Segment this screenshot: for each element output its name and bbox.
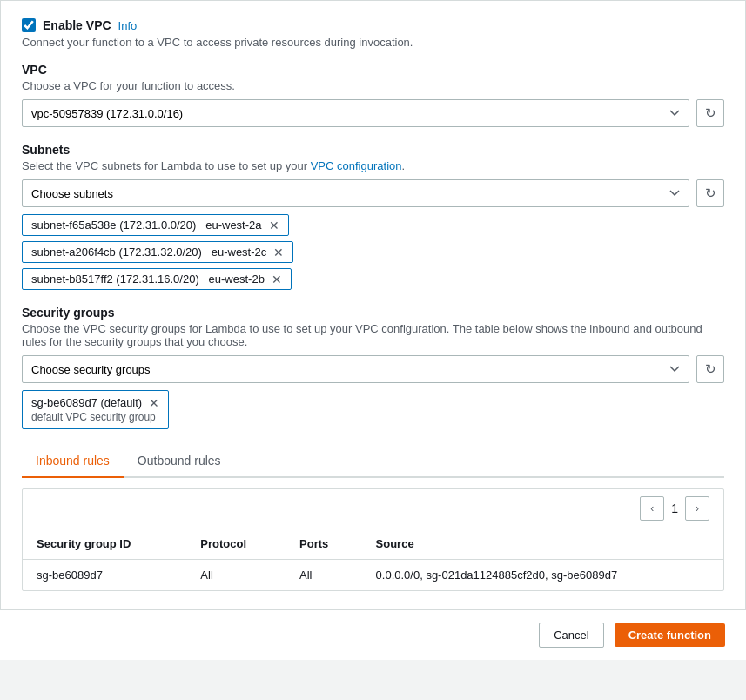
- cell-ports: All: [286, 560, 362, 591]
- security-group-tag-label: sg-be6089d7 (default): [31, 396, 142, 409]
- col-protocol: Protocol: [186, 528, 286, 560]
- security-group-tag-name: sg-be6089d7 (default) ✕: [31, 396, 159, 409]
- enable-vpc-label: Enable VPC: [43, 18, 111, 32]
- subnet-tag-0: subnet-f65a538e (172.31.0.0/20) eu-west-…: [22, 214, 289, 236]
- security-groups-select[interactable]: Choose security groups: [22, 355, 689, 383]
- create-function-button[interactable]: Create function: [615, 623, 725, 647]
- subnet-tag-1-close[interactable]: ✕: [273, 246, 284, 259]
- vpc-refresh-button[interactable]: ↻: [696, 99, 724, 127]
- subnets-section: Subnets Select the VPC subnets for Lambd…: [22, 143, 724, 290]
- vpc-section-desc: Choose a VPC for your function to access…: [22, 79, 724, 92]
- table-header-row: Security group ID Protocol Ports Source: [23, 528, 723, 560]
- security-groups-title: Security groups: [22, 306, 724, 320]
- security-groups-refresh-button[interactable]: ↻: [696, 355, 724, 383]
- cell-security-group-id: sg-be6089d7: [23, 560, 186, 591]
- col-security-group-id: Security group ID: [23, 528, 186, 560]
- security-groups-section: Security groups Choose the VPC security …: [22, 306, 724, 429]
- prev-page-button[interactable]: ‹: [640, 496, 664, 521]
- cancel-button[interactable]: Cancel: [539, 623, 603, 648]
- subnets-section-title: Subnets: [22, 143, 724, 157]
- tab-inbound-rules[interactable]: Inbound rules: [22, 445, 124, 478]
- security-groups-desc: Choose the VPC security groups for Lambd…: [22, 322, 724, 348]
- info-link[interactable]: Info: [118, 19, 138, 32]
- cell-protocol: All: [186, 560, 286, 591]
- subnet-tag-2: subnet-b8517ff2 (172.31.16.0/20) eu-west…: [22, 268, 292, 290]
- enable-vpc-checkbox[interactable]: [22, 18, 36, 32]
- subnets-tags: subnet-f65a538e (172.31.0.0/20) eu-west-…: [22, 214, 724, 290]
- table-pagination: ‹ 1 ›: [23, 489, 723, 528]
- tabs-row: Inbound rules Outbound rules: [22, 445, 724, 478]
- subnets-section-desc: Select the VPC subnets for Lambda to use…: [22, 159, 724, 172]
- vpc-section: VPC Choose a VPC for your function to ac…: [22, 63, 724, 127]
- subnets-refresh-button[interactable]: ↻: [696, 179, 724, 207]
- security-group-tag-subtitle: default VPC security group: [31, 411, 159, 423]
- vpc-config-panel: Enable VPC Info Connect your function to…: [0, 0, 746, 609]
- tab-outbound-rules[interactable]: Outbound rules: [124, 445, 235, 478]
- enable-vpc-row: Enable VPC Info: [22, 18, 724, 32]
- table-row: sg-be6089d7 All All 0.0.0.0/0, sg-021da1…: [23, 560, 723, 591]
- subnets-desc-link[interactable]: VPC configuration: [311, 159, 402, 172]
- next-page-button[interactable]: ›: [685, 496, 709, 521]
- subnet-tag-0-close[interactable]: ✕: [269, 219, 279, 232]
- col-source: Source: [362, 528, 723, 560]
- vpc-select[interactable]: vpc-50957839 (172.31.0.0/16): [22, 99, 689, 127]
- col-ports: Ports: [286, 528, 362, 560]
- vpc-section-title: VPC: [22, 63, 724, 77]
- enable-vpc-description: Connect your function to a VPC to access…: [22, 36, 724, 49]
- subnet-tag-0-label: subnet-f65a538e (172.31.0.0/20) eu-west-…: [31, 219, 262, 232]
- subnet-tag-2-close[interactable]: ✕: [272, 273, 282, 286]
- subnet-tag-1-label: subnet-a206f4cb (172.31.32.0/20) eu-west…: [31, 246, 266, 259]
- subnet-tag-1: subnet-a206f4cb (172.31.32.0/20) eu-west…: [22, 241, 293, 263]
- vpc-dropdown-row: vpc-50957839 (172.31.0.0/16) ↻: [22, 99, 724, 127]
- security-group-tag-close[interactable]: ✕: [149, 397, 159, 409]
- rules-table: Security group ID Protocol Ports Source …: [23, 528, 723, 590]
- subnets-select[interactable]: Choose subnets: [22, 179, 689, 207]
- cell-source: 0.0.0.0/0, sg-021da1124885cf2d0, sg-be60…: [362, 560, 723, 591]
- current-page: 1: [671, 501, 678, 515]
- security-group-tag: sg-be6089d7 (default) ✕ default VPC secu…: [22, 390, 169, 429]
- subnet-tag-2-label: subnet-b8517ff2 (172.31.16.0/20) eu-west…: [31, 273, 265, 286]
- footer-bar: Cancel Create function: [0, 609, 746, 660]
- subnets-dropdown-row: Choose subnets ↻: [22, 179, 724, 207]
- security-groups-dropdown-row: Choose security groups ↻: [22, 355, 724, 383]
- rules-table-container: ‹ 1 › Security group ID Protocol Ports S…: [22, 488, 724, 591]
